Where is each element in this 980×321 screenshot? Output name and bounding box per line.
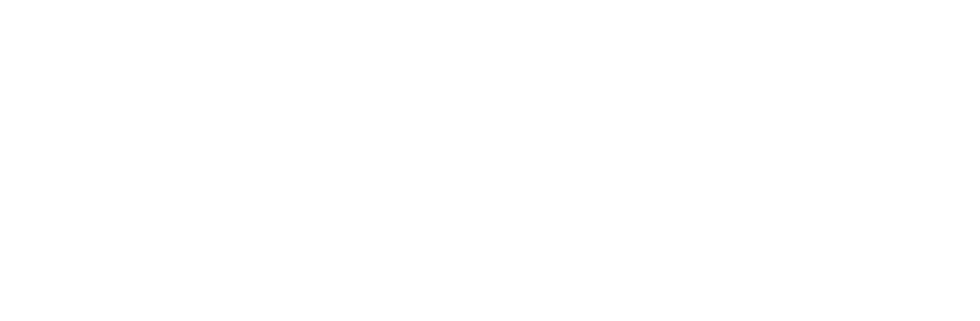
sum-label-left xyxy=(165,82,256,89)
age-group-65-older xyxy=(117,201,165,224)
pct-label-left xyxy=(256,82,436,89)
row-group-age xyxy=(18,246,68,291)
sum-label-right xyxy=(436,82,797,89)
weight-header xyxy=(436,44,980,52)
year-header-left xyxy=(165,52,436,59)
year-header-right xyxy=(797,66,980,74)
age-group-under-18 xyxy=(117,111,165,134)
age-group-18-25 xyxy=(117,134,165,156)
spreadsheet-app xyxy=(0,0,980,321)
stub-header xyxy=(18,44,165,89)
age-group-55-65 xyxy=(117,179,165,201)
age-group-total xyxy=(117,89,165,111)
row-group-sex-age xyxy=(18,89,68,224)
row-group-sex xyxy=(18,224,68,246)
education-header xyxy=(797,52,980,59)
pct-label-right xyxy=(797,82,980,89)
age-group-25-55 xyxy=(117,156,165,179)
